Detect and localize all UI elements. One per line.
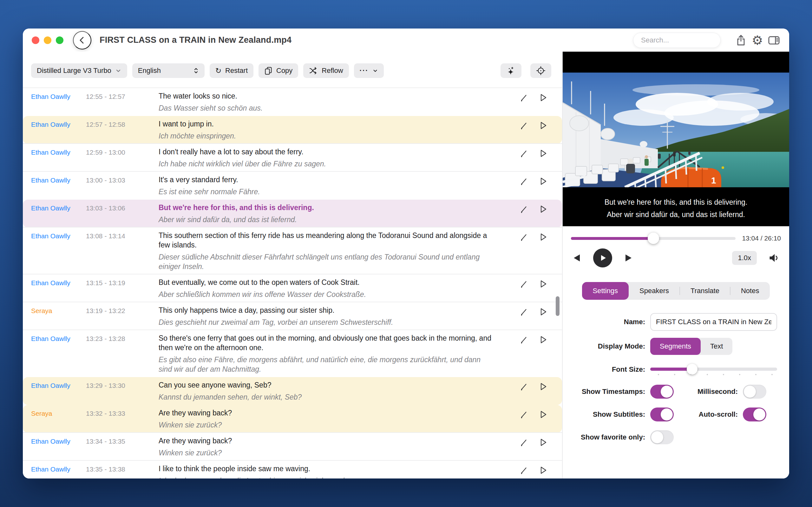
- edit-segment-button[interactable]: [519, 120, 529, 130]
- crosshair-icon: [536, 66, 546, 75]
- toggle-show-subtitles[interactable]: [650, 407, 674, 421]
- play-segment-button[interactable]: [538, 93, 548, 103]
- progress-slider[interactable]: [571, 237, 735, 240]
- toggle-millisecond[interactable]: [743, 385, 766, 399]
- skip-forward-button[interactable]: [623, 253, 633, 263]
- transcript-segment-row[interactable]: Ethan Oawlly 13:00 - 13:03 It's a very s…: [23, 172, 562, 200]
- edit-segment-button[interactable]: [519, 307, 529, 317]
- transcript-segment-row[interactable]: Ethan Oawlly 13:23 - 13:28 So there's on…: [23, 330, 562, 377]
- toggle-sidebar-button[interactable]: [766, 32, 782, 49]
- transcript-segment-row[interactable]: Ethan Oawlly 12:59 - 13:00 I don't reall…: [23, 144, 562, 172]
- play-segment-button[interactable]: [538, 232, 548, 242]
- toggle-auto-scroll[interactable]: [743, 407, 766, 421]
- segment-timestamp: 13:08 - 13:14: [86, 231, 159, 240]
- ai-assist-button[interactable]: [501, 63, 521, 78]
- progress-slider-thumb[interactable]: [648, 233, 659, 244]
- back-button[interactable]: [73, 31, 91, 49]
- transcript-segment-row[interactable]: Ethan Oawlly 12:55 - 12:57 The water loo…: [23, 88, 562, 116]
- restart-button[interactable]: ↻ Restart: [210, 63, 253, 78]
- volume-button[interactable]: [768, 252, 780, 264]
- play-segment-button[interactable]: [538, 437, 548, 447]
- tab-notes[interactable]: Notes: [730, 282, 770, 300]
- segment-speaker[interactable]: Ethan Oawlly: [31, 231, 86, 240]
- transcript-segment-row[interactable]: Seraya 13:32 - 13:33 Are they waving bac…: [23, 405, 562, 433]
- edit-segment-button[interactable]: [519, 437, 529, 447]
- segment-speaker[interactable]: Ethan Oawlly: [31, 147, 86, 156]
- edit-segment-button[interactable]: [519, 176, 529, 186]
- language-select[interactable]: English: [132, 63, 205, 78]
- edit-segment-button[interactable]: [519, 382, 529, 392]
- transcript-segment-row[interactable]: Ethan Oawlly 12:57 - 12:58 I want to jum…: [23, 116, 562, 144]
- play-pause-button[interactable]: [593, 248, 612, 268]
- font-size-slider-thumb[interactable]: [687, 364, 698, 375]
- play-segment-button[interactable]: [538, 204, 548, 214]
- copy-icon: [264, 66, 272, 75]
- edit-segment-button[interactable]: [519, 148, 529, 158]
- model-select[interactable]: Distilled Large V3 Turbo: [31, 63, 127, 78]
- segment-speaker[interactable]: Ethan Oawlly: [31, 333, 86, 343]
- transcript-segment-row[interactable]: Ethan Oawlly 13:15 - 13:19 But eventuall…: [23, 274, 562, 302]
- close-window-button[interactable]: [32, 37, 39, 44]
- transcript-segment-row[interactable]: Seraya 13:19 - 13:22 This only happens t…: [23, 302, 562, 330]
- play-segment-button[interactable]: [538, 279, 548, 289]
- play-segment-button[interactable]: [538, 148, 548, 158]
- reflow-button[interactable]: Reflow: [303, 63, 349, 78]
- edit-segment-button[interactable]: [519, 335, 529, 345]
- edit-segment-button[interactable]: [519, 409, 529, 419]
- play-segment-button[interactable]: [538, 176, 548, 186]
- transcript-segment-row[interactable]: Ethan Oawlly 13:03 - 13:06 But we're her…: [23, 200, 562, 228]
- segment-speaker[interactable]: Ethan Oawlly: [31, 278, 86, 287]
- play-segment-button[interactable]: [538, 465, 548, 475]
- transcript-segment-row[interactable]: Ethan Oawlly 13:08 - 13:14 This southern…: [23, 228, 562, 274]
- segment-speaker[interactable]: Ethan Oawlly: [31, 119, 86, 128]
- search-input[interactable]: [633, 33, 721, 48]
- name-field[interactable]: [650, 313, 777, 331]
- segment-speaker[interactable]: Ethan Oawlly: [31, 380, 86, 389]
- segment-text: Are they waving back?: [159, 408, 495, 418]
- tab-settings[interactable]: Settings: [582, 282, 629, 300]
- playback-speed-button[interactable]: 1.0x: [732, 251, 757, 265]
- play-segment-button[interactable]: [538, 409, 548, 419]
- more-options-button[interactable]: ···: [354, 63, 384, 78]
- chevrons-updown-icon: [193, 66, 199, 75]
- play-segment-button[interactable]: [538, 335, 548, 345]
- toggle-show-favorite-only[interactable]: [650, 430, 674, 444]
- display-mode-option-segments[interactable]: Segments: [650, 338, 701, 355]
- share-button[interactable]: [733, 32, 749, 49]
- segment-speaker[interactable]: Ethan Oawlly: [31, 91, 86, 101]
- minimize-window-button[interactable]: [44, 37, 51, 44]
- edit-segment-button[interactable]: [519, 465, 529, 475]
- video-player[interactable]: 1 But we're here for this, and this is d: [563, 52, 789, 226]
- copy-button[interactable]: Copy: [258, 63, 298, 78]
- tab-translate[interactable]: Translate: [680, 282, 730, 300]
- transcript-segment-row[interactable]: Ethan Oawlly 13:34 - 13:35 Are they wavi…: [23, 433, 562, 461]
- segment-speaker[interactable]: Ethan Oawlly: [31, 203, 86, 212]
- zoom-window-button[interactable]: [56, 37, 63, 44]
- segment-speaker[interactable]: Seraya: [31, 305, 86, 315]
- edit-segment-button[interactable]: [519, 232, 529, 242]
- segment-speaker[interactable]: Ethan Oawlly: [31, 464, 86, 473]
- toggle-show-timestamps[interactable]: [650, 385, 674, 399]
- chevron-down-icon: [372, 68, 378, 73]
- edit-segment-button[interactable]: [519, 204, 529, 214]
- segment-speaker[interactable]: Seraya: [31, 408, 86, 417]
- settings-button[interactable]: ⚙: [749, 32, 766, 49]
- scrollbar-thumb[interactable]: [556, 296, 560, 316]
- edit-segment-button[interactable]: [519, 93, 529, 103]
- edit-segment-button[interactable]: [519, 279, 529, 289]
- font-size-slider[interactable]: [650, 363, 777, 376]
- transcript-segment-row[interactable]: Ethan Oawlly 13:35 - 13:38 I like to thi…: [23, 461, 562, 478]
- tab-speakers[interactable]: Speakers: [629, 282, 680, 300]
- display-mode-option-text[interactable]: Text: [701, 338, 732, 355]
- segment-timestamp: 13:35 - 13:38: [86, 464, 159, 473]
- segment-speaker[interactable]: Ethan Oawlly: [31, 436, 86, 445]
- skip-back-button[interactable]: [572, 253, 582, 263]
- play-segment-button[interactable]: [538, 382, 548, 392]
- locate-current-segment-button[interactable]: [530, 63, 551, 78]
- play-segment-button[interactable]: [538, 120, 548, 130]
- transcript-segment-row[interactable]: Ethan Oawlly 13:29 - 13:30 Can you see a…: [23, 377, 562, 405]
- play-segment-button[interactable]: [538, 307, 548, 317]
- segment-translation: Ich möchte einspringen.: [159, 131, 495, 141]
- segment-speaker[interactable]: Ethan Oawlly: [31, 175, 86, 184]
- pencil-icon: [519, 335, 529, 344]
